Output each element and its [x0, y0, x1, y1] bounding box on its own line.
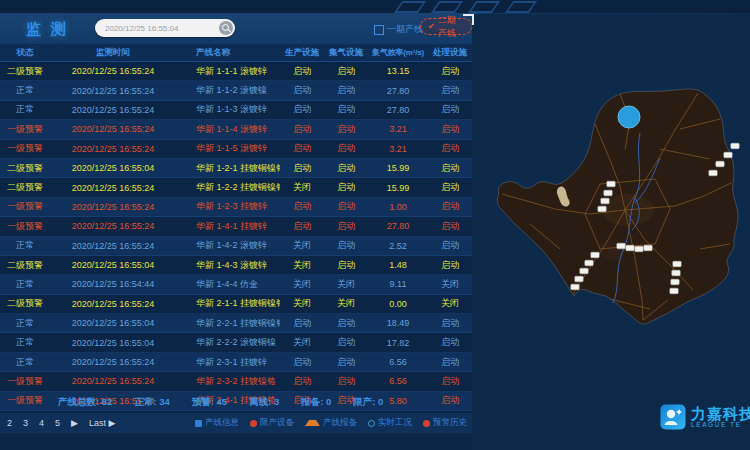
line-name-cell: 华新 1-4-2 滚镀锌 [176, 239, 280, 252]
map-highlight-circle[interactable] [618, 106, 640, 128]
search-input[interactable] [95, 24, 219, 33]
header-bar: 监测 一期产线 ✔ 二期产线 [0, 13, 472, 44]
table-row[interactable]: 正常2020/12/25 16:55:04华新 2-2-2 滚镀铜镍关闭启动17… [0, 333, 472, 352]
cluster-marker[interactable] [672, 270, 680, 276]
cluster-marker[interactable] [571, 284, 579, 290]
cluster-marker[interactable] [731, 143, 739, 149]
table-row[interactable]: 正常2020/12/25 16:55:24华新 1-1-3 滚镀锌启动启动27.… [0, 101, 472, 120]
cluster-marker[interactable] [635, 246, 643, 252]
pagination: 2345▶Last ▶ [0, 418, 115, 428]
line-name-cell: 华新 1-4-4 仿金 [176, 278, 280, 291]
table-row[interactable]: 一级预警2020/12/25 16:55:24华新 1-2-3 挂镀锌启动启动1… [0, 198, 472, 217]
alarm-history-icon [423, 420, 430, 427]
table-row[interactable]: 一级预警2020/12/25 16:55:24华新 1-1-4 滚镀锌启动启动3… [0, 120, 472, 139]
gas-efficiency-cell: 18.49 [368, 318, 428, 328]
gas-facility-cell: 启动 [324, 239, 368, 252]
line-name-cell: 华新 2-1-1 挂镀铜镍铬 [176, 297, 280, 310]
legend: 产线信息限产设备产线报备实时工况预警历史 [195, 417, 472, 429]
status-cell: 正常 [0, 356, 50, 369]
table-row[interactable]: 正常2020/12/25 16:55:24华新 1-4-2 滚镀锌关闭启动2.5… [0, 237, 472, 256]
logo-icon [660, 404, 686, 430]
line-name-cell: 华新 1-1-1 滚镀锌 [176, 65, 280, 78]
line-name-cell: 华新 2-2-1 挂镀铜镍铬 [176, 317, 280, 330]
next-page-button[interactable]: ▶ [71, 418, 78, 428]
page-button[interactable]: 3 [23, 418, 28, 428]
time-cell: 2020/12/25 16:55:24 [50, 357, 176, 367]
cluster-marker[interactable] [671, 279, 679, 285]
line-name-cell: 华新 1-2-3 挂镀锌 [176, 200, 280, 213]
legend-label: 产线信息 [205, 417, 239, 429]
table-row[interactable]: 二级预警2020/12/25 16:55:04华新 1-2-1 挂镀铜镍铬（龙门… [0, 159, 472, 178]
time-cell: 2020/12/25 16:55:24 [50, 66, 176, 76]
production-facility-cell: 启动 [280, 103, 324, 116]
info-square-icon [195, 420, 202, 427]
search-box[interactable] [95, 19, 235, 37]
cluster-marker[interactable] [601, 198, 609, 204]
cluster-marker[interactable] [575, 276, 583, 282]
cluster-marker[interactable] [580, 268, 588, 274]
legend-item[interactable]: 实时工况 [368, 417, 412, 429]
line-name-cell: 华新 1-4-1 挂镀锌 [176, 220, 280, 233]
table-body: 二级预警2020/12/25 16:55:24华新 1-1-1 滚镀锌启动启动1… [0, 62, 472, 411]
line-name-cell: 华新 1-1-4 滚镀锌 [176, 123, 280, 136]
status-cell: 一级预警 [0, 123, 50, 136]
cluster-marker[interactable] [724, 152, 732, 158]
production-facility-cell: 启动 [280, 200, 324, 213]
line-name-cell: 华新 2-3-1 挂镀锌 [176, 356, 280, 369]
cluster-marker[interactable] [617, 243, 625, 249]
cluster-marker[interactable] [591, 252, 599, 258]
legend-item[interactable]: 预警历史 [423, 417, 467, 429]
production-facility-cell: 关闭 [280, 181, 324, 194]
cluster-marker[interactable] [709, 170, 717, 176]
page-button[interactable]: 2 [7, 418, 12, 428]
cluster-marker[interactable] [716, 161, 724, 167]
production-facility-cell: 启动 [280, 220, 324, 233]
legend-item[interactable]: 产线信息 [195, 417, 239, 429]
cluster-marker[interactable] [604, 190, 612, 196]
table-row[interactable]: 正常2020/12/25 16:55:24华新 2-3-1 挂镀锌启动启动6.5… [0, 353, 472, 372]
logo-name: 力嘉科技 [691, 406, 750, 421]
gas-efficiency-cell: 9.11 [368, 279, 428, 289]
summary-item: 正常: 34 [134, 396, 169, 409]
search-button[interactable] [219, 21, 233, 35]
page-button[interactable]: 5 [55, 418, 60, 428]
cluster-marker[interactable] [644, 245, 652, 251]
gas-facility-cell: 启动 [324, 142, 368, 155]
page-button[interactable]: 4 [39, 418, 44, 428]
last-page-button[interactable]: Last ▶ [89, 418, 115, 428]
production-facility-cell: 启动 [280, 123, 324, 136]
cluster-marker[interactable] [585, 260, 593, 266]
phase1-checkbox[interactable]: 一期产线 [374, 23, 423, 36]
checkbox-icon[interactable] [374, 25, 384, 35]
status-cell: 二级预警 [0, 259, 50, 272]
gas-facility-cell: 启动 [324, 317, 368, 330]
gas-facility-cell: 启动 [324, 200, 368, 213]
legend-item[interactable]: 限产设备 [250, 417, 294, 429]
time-cell: 2020/12/25 16:55:04 [50, 163, 176, 173]
table-row[interactable]: 正常2020/12/25 16:55:24华新 1-1-2 滚镀镍启动启动27.… [0, 81, 472, 100]
column-header: 处理设施 [428, 47, 472, 59]
cluster-marker[interactable] [670, 288, 678, 294]
cluster-marker[interactable] [626, 245, 634, 251]
treatment-facility-cell: 启动 [428, 142, 472, 155]
table-row[interactable]: 正常2020/12/25 16:54:44华新 1-4-4 仿金关闭关闭9.11… [0, 275, 472, 294]
phase1-label: 一期产线 [387, 23, 423, 36]
table-row[interactable]: 二级预警2020/12/25 16:55:24华新 1-1-1 滚镀锌启动启动1… [0, 62, 472, 81]
legend-item[interactable]: 产线报备 [305, 417, 357, 429]
treatment-facility-cell: 启动 [428, 356, 472, 369]
table-row[interactable]: 一级预警2020/12/25 16:55:24华新 1-1-5 滚镀锌启动启动3… [0, 140, 472, 159]
cluster-marker[interactable] [607, 181, 615, 187]
table-row[interactable]: 二级预警2020/12/25 16:55:24华新 2-1-1 挂镀铜镍铬关闭关… [0, 295, 472, 314]
cluster-marker[interactable] [673, 261, 681, 267]
table-row[interactable]: 正常2020/12/25 16:55:04华新 2-2-1 挂镀铜镍铬启动启动1… [0, 314, 472, 333]
table-row[interactable]: 二级预警2020/12/25 16:55:04华新 1-4-3 滚镀锌关闭启动1… [0, 256, 472, 275]
gas-efficiency-cell: 1.00 [368, 202, 428, 212]
status-cell: 一级预警 [0, 375, 50, 388]
table-row[interactable]: 一级预警2020/12/25 16:55:24华新 2-3-2 挂镀镍铬启动启动… [0, 372, 472, 391]
table-row[interactable]: 一级预警2020/12/25 16:55:24华新 1-4-1 挂镀锌启动启动2… [0, 217, 472, 236]
cluster-marker[interactable] [598, 206, 606, 212]
table-row[interactable]: 二级预警2020/12/25 16:55:24华新 1-2-2 挂镀铜镍铬（环形… [0, 178, 472, 197]
legend-label: 实时工况 [378, 417, 412, 429]
gas-efficiency-cell: 2.52 [368, 241, 428, 251]
summary-bar: 产线总数: 82正常: 34预警: 45离线: 3报备: 0限产: 0 [0, 392, 472, 412]
